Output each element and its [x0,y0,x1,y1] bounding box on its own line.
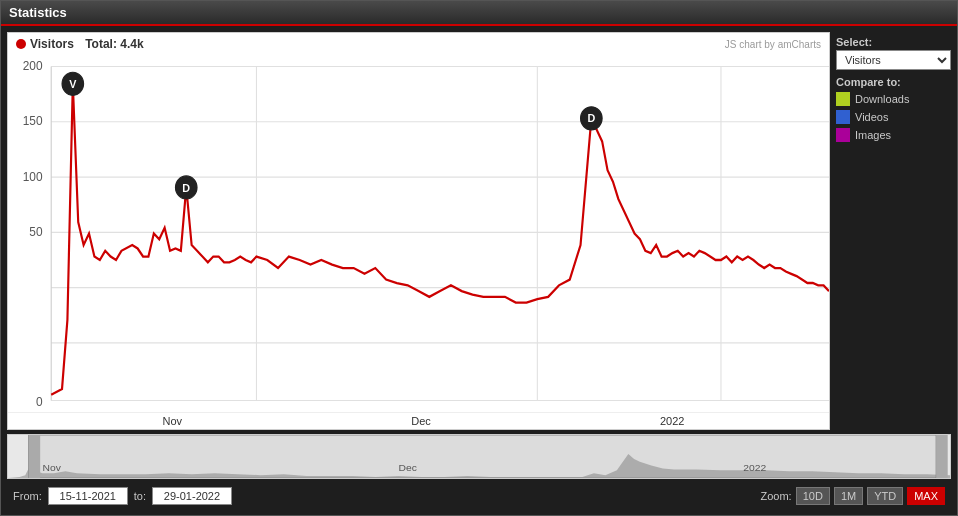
visitors-color-dot [16,39,26,49]
title-bar: Statistics [1,1,957,26]
videos-label: Videos [855,111,888,123]
to-label: to: [134,490,146,502]
statistics-window: Statistics Visitors Total: 4.4k JS chart… [0,0,958,516]
videos-swatch [836,110,850,124]
minimap-svg: Nov Dec 2022 [8,435,950,478]
bottom-bar: From: to: Zoom: 10D 1M YTD MAX [7,483,951,509]
zoom-10d[interactable]: 10D [796,487,830,505]
svg-rect-18 [29,435,40,478]
compare-downloads[interactable]: Downloads [836,92,951,106]
svg-text:Nov: Nov [42,463,61,473]
zoom-label: Zoom: [761,490,792,502]
downloads-swatch [836,92,850,106]
chart-header: Visitors Total: 4.4k JS chart by amChart… [8,33,829,55]
marker-v-label: V [69,78,77,90]
compare-videos[interactable]: Videos [836,110,951,124]
svg-rect-19 [936,435,947,478]
x-label-dec: Dec [411,415,431,427]
svg-text:Dec: Dec [399,463,418,473]
main-content: Visitors Total: 4.4k JS chart by amChart… [1,26,957,515]
compare-section: Compare to: Downloads Videos Images [836,76,951,142]
marker-d2-label: D [587,112,595,124]
minimap[interactable]: Nov Dec 2022 [7,434,951,479]
visitors-select[interactable]: Visitors Downloads Videos Images [836,50,951,70]
select-section: Select: Visitors Downloads Videos Images [836,36,951,70]
images-label: Images [855,129,891,141]
marker-d1-label: D [182,181,190,193]
svg-text:0: 0 [36,395,43,409]
svg-text:200: 200 [23,59,43,73]
to-date-input[interactable] [152,487,232,505]
from-date-input[interactable] [48,487,128,505]
main-chart-panel: Visitors Total: 4.4k JS chart by amChart… [7,32,830,430]
zoom-controls: Zoom: 10D 1M YTD MAX [761,487,946,505]
svg-text:2022: 2022 [743,463,766,473]
svg-text:150: 150 [23,114,43,128]
svg-rect-17 [29,435,937,478]
x-axis: Nov Dec 2022 [8,412,829,429]
date-range: From: to: [13,487,232,505]
compare-items-list: Downloads Videos Images [836,92,951,142]
visitors-line [51,84,829,395]
window-title: Statistics [9,5,67,20]
chart-credit: JS chart by amCharts [725,39,821,50]
chart-svg: 200 150 100 50 0 [8,55,829,412]
x-label-2022: 2022 [660,415,684,427]
compare-label: Compare to: [836,76,951,88]
from-label: From: [13,490,42,502]
images-swatch [836,128,850,142]
downloads-label: Downloads [855,93,909,105]
sidebar-controls: Select: Visitors Downloads Videos Images… [836,32,951,430]
visitors-legend: Visitors Total: 4.4k [16,37,144,51]
svg-text:50: 50 [29,224,42,238]
zoom-1m[interactable]: 1M [834,487,863,505]
zoom-ytd[interactable]: YTD [867,487,903,505]
x-label-nov: Nov [163,415,183,427]
zoom-max[interactable]: MAX [907,487,945,505]
svg-text:100: 100 [23,169,43,183]
chart-svg-area: 200 150 100 50 0 [8,55,829,412]
chart-area: Visitors Total: 4.4k JS chart by amChart… [7,32,951,430]
visitors-label: Visitors [30,37,74,51]
visitors-total: Total: 4.4k [85,37,143,51]
compare-images[interactable]: Images [836,128,951,142]
select-label: Select: [836,36,951,48]
